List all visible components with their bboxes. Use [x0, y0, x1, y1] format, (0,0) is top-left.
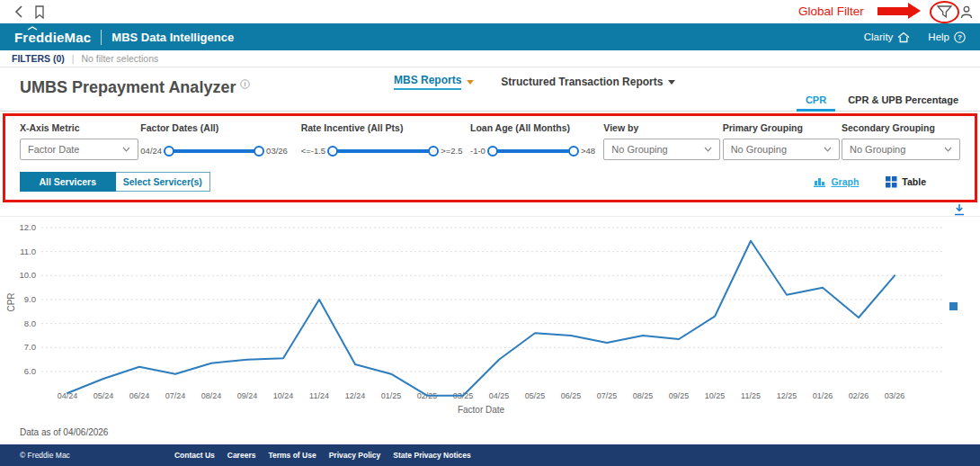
- bar-chart-icon: [814, 176, 826, 187]
- footer-link-terms-of-use[interactable]: Terms of Use: [268, 451, 316, 460]
- filters-count[interactable]: FILTERS (0): [12, 53, 65, 64]
- secondary-grouping-control: Secondary Grouping No Grouping: [842, 122, 960, 160]
- x-axis-metric-control: X-Axis Metric Factor Date: [20, 122, 138, 160]
- chevron-down-icon: [668, 80, 675, 85]
- x-axis-metric-value: Factor Date: [28, 144, 79, 155]
- loan-age-control: Loan Age (All Months) -1-0 >48: [470, 122, 601, 160]
- header-divider: [101, 30, 102, 45]
- x-tick-label: 12/25: [777, 391, 797, 400]
- y-tick-label: 11.0: [20, 246, 36, 256]
- loan-age-min-handle[interactable]: [487, 146, 498, 157]
- help-label: Help: [928, 31, 949, 42]
- select-servicers-button[interactable]: Select Servicer(s): [116, 172, 211, 192]
- tab-cpr-upb-percentage[interactable]: CPR & UPB Percentage: [839, 90, 967, 112]
- loan-age-max: >48: [581, 146, 595, 156]
- factor-dates-track[interactable]: [169, 149, 259, 153]
- rate-incentive-slider: <=-1.5 >=2.5: [301, 146, 468, 156]
- view-by-label: View by: [603, 122, 720, 133]
- reports-nav: MBS Reports Structured Transaction Repor…: [394, 74, 675, 90]
- table-view-button[interactable]: Table: [886, 176, 926, 188]
- loan-age-max-handle[interactable]: [568, 146, 579, 157]
- footer-link-state-privacy-notices[interactable]: State Privacy Notices: [393, 451, 470, 460]
- rate-incentive-control: Rate Incentive (All Pts) <=-1.5 >=2.5: [301, 122, 468, 160]
- chevron-down-icon: [122, 147, 130, 152]
- table-label: Table: [902, 176, 926, 187]
- y-tick-label: 6.0: [24, 366, 36, 376]
- x-tick-label: 11/25: [741, 391, 761, 400]
- x-axis-metric-select[interactable]: Factor Date: [20, 139, 138, 160]
- x-tick-label: 08/24: [201, 391, 222, 400]
- rate-incentive-max-handle[interactable]: [428, 146, 439, 157]
- report-tabs: CPR CPR & UPB Percentage: [797, 90, 967, 112]
- all-servicers-button[interactable]: All Servicers: [20, 172, 116, 192]
- rate-incentive-track[interactable]: [333, 149, 433, 153]
- x-tick-label: 10/25: [705, 391, 726, 400]
- rate-incentive-max: >=2.5: [441, 146, 462, 156]
- chevron-down-icon: [704, 147, 712, 152]
- footer-link-privacy-policy[interactable]: Privacy Policy: [329, 451, 381, 460]
- y-tick-label: 12.0: [20, 222, 37, 232]
- loan-age-label: Loan Age (All Months): [470, 122, 601, 133]
- footer-link-contact-us[interactable]: Contact Us: [174, 451, 215, 460]
- x-tick-label: 06/24: [129, 391, 150, 400]
- bookmark-icon[interactable]: [34, 5, 45, 22]
- x-tick-label: 10/24: [273, 391, 294, 400]
- annotation-arrow: [878, 7, 908, 15]
- chart-toolbar: [0, 202, 980, 216]
- factor-dates-max-handle[interactable]: [254, 146, 264, 157]
- filter-status-bar: FILTERS (0) | No filter selections: [0, 50, 980, 67]
- y-axis-title: CPR: [6, 292, 16, 311]
- rate-incentive-min-handle[interactable]: [327, 146, 338, 157]
- app-title: MBS Data Intelligence: [111, 31, 234, 44]
- factor-dates-min-handle[interactable]: [164, 146, 174, 157]
- clarity-link[interactable]: Clarity: [864, 31, 911, 43]
- question-icon: ?: [954, 31, 966, 43]
- filter-selection-text: No filter selections: [81, 53, 158, 64]
- x-tick-label: 05/24: [94, 391, 114, 400]
- x-tick-label: 07/25: [597, 391, 618, 400]
- view-by-select[interactable]: No Grouping: [603, 139, 720, 160]
- freddie-mac-logo[interactable]: FreddieMac: [14, 30, 91, 45]
- x-tick-label: 01/26: [813, 391, 833, 400]
- page-title: UMBS Prepayment Analyzer i: [20, 78, 250, 97]
- global-filter-icon[interactable]: [937, 5, 952, 22]
- footer-link-careers[interactable]: Careers: [227, 451, 256, 460]
- chevron-down-icon: [944, 147, 952, 152]
- info-icon[interactable]: i: [240, 79, 250, 89]
- svg-text:i: i: [245, 81, 246, 87]
- factor-dates-label: Factor Dates (All): [140, 122, 298, 133]
- page-footer: © Freddie Mac Contact Us Careers Terms o…: [0, 444, 980, 466]
- y-tick-label: 7.0: [24, 342, 36, 352]
- secondary-grouping-select[interactable]: No Grouping: [842, 139, 960, 160]
- x-tick-label: 03/26: [885, 391, 905, 400]
- y-tick-label: 9.0: [24, 294, 36, 304]
- factor-dates-slider: 04/24 03/26: [140, 146, 298, 156]
- cpr-series-line: [67, 241, 895, 396]
- structured-transaction-reports-menu[interactable]: Structured Transaction Reports: [501, 76, 675, 88]
- x-tick-label: 12/24: [345, 391, 366, 400]
- tab-cpr[interactable]: CPR: [797, 90, 835, 112]
- help-link[interactable]: Help ?: [928, 31, 966, 43]
- y-tick-label: 10.0: [20, 270, 37, 280]
- svg-text:?: ?: [958, 33, 962, 41]
- user-profile-icon[interactable]: [960, 5, 973, 22]
- logo-text: FreddieMac: [14, 30, 91, 45]
- x-axis-title: Factor Date: [458, 405, 505, 415]
- title-section: UMBS Prepayment Analyzer i MBS Reports S…: [0, 67, 980, 112]
- secondary-grouping-value: No Grouping: [850, 144, 905, 155]
- loan-age-track[interactable]: [493, 149, 574, 153]
- x-tick-label: 08/25: [633, 391, 654, 400]
- primary-grouping-control: Primary Grouping No Grouping: [723, 122, 840, 160]
- back-icon[interactable]: [14, 5, 23, 22]
- view-by-value: No Grouping: [611, 144, 667, 155]
- primary-grouping-select[interactable]: No Grouping: [723, 139, 840, 160]
- chevron-down-icon: [467, 80, 474, 85]
- filter-bar-separator: |: [72, 53, 75, 64]
- data-as-of-note: Data as of 04/06/2026: [0, 423, 980, 437]
- x-axis-metric-label: X-Axis Metric: [20, 122, 138, 133]
- legend-marker[interactable]: [949, 302, 958, 310]
- servicer-segmented-control: All Servicers Select Servicer(s): [20, 172, 210, 192]
- x-tick-label: 02/26: [849, 391, 869, 400]
- mbs-reports-menu[interactable]: MBS Reports: [394, 74, 474, 90]
- graph-view-button[interactable]: Graph: [814, 176, 859, 187]
